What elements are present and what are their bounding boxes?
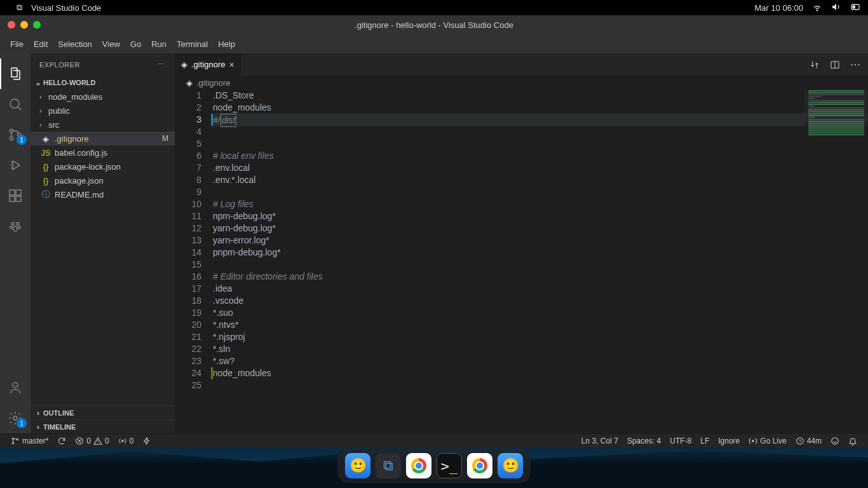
tree-item-label: package.json — [55, 176, 104, 186]
window-title: .gitignore - hello-world - Visual Studio… — [0, 20, 868, 30]
svg-point-15 — [13, 226, 17, 231]
activity-search[interactable] — [0, 89, 31, 119]
code-lines[interactable]: .DS_Storenode_modules#/dist# local env f… — [213, 90, 868, 433]
file-package-lock.json[interactable]: {}package-lock.json — [31, 159, 175, 173]
activity-extensions[interactable] — [0, 180, 31, 211]
tree-item-label: src — [48, 120, 59, 130]
status-prettier[interactable] — [138, 437, 156, 445]
broadcast-icon — [749, 437, 757, 445]
split-editor-icon[interactable] — [830, 60, 840, 70]
activity-pets[interactable] — [0, 211, 31, 241]
svg-point-13 — [10, 226, 13, 229]
status-eol[interactable]: LF — [696, 437, 714, 445]
menubar: File Edit Selection View Go Run Terminal… — [0, 34, 868, 53]
menu-run[interactable]: Run — [146, 39, 172, 49]
tab-close-button[interactable]: × — [229, 60, 234, 70]
activity-source-control[interactable]: 1 — [0, 119, 31, 150]
titlebar[interactable]: .gitignore - hello-world - Visual Studio… — [0, 15, 868, 34]
menu-go[interactable]: Go — [125, 39, 146, 49]
editor-tabs: ◈ .gitignore × ⋯ — [175, 53, 868, 76]
svg-rect-10 — [16, 190, 21, 195]
svg-rect-7 — [10, 190, 15, 195]
svg-point-24 — [122, 440, 123, 441]
explorer-root-name: HELLO-WORLD — [43, 79, 95, 86]
explorer-root-header[interactable]: ⌄ HELLO-WORLD — [31, 76, 175, 90]
compare-changes-icon[interactable] — [810, 60, 820, 70]
tab-label: .gitignore — [191, 60, 225, 69]
folder-public[interactable]: ›public — [31, 104, 175, 118]
tree-item-label: package-lock.json — [55, 162, 121, 172]
tree-item-label: public — [48, 106, 70, 116]
tab-gitignore[interactable]: ◈ .gitignore × — [175, 53, 241, 76]
mac-app-indicator[interactable]: ⧉ — [17, 3, 22, 13]
git-status-indicator: M — [162, 134, 168, 143]
status-language[interactable]: Ignore — [714, 437, 744, 445]
sidebar-more-button[interactable]: ⋯ — [158, 60, 166, 69]
status-cursor[interactable]: Ln 3, Col 7 — [577, 437, 623, 445]
dock-terminal[interactable]: >_ — [437, 453, 462, 478]
svg-point-20 — [12, 438, 13, 439]
svg-point-25 — [752, 440, 754, 441]
status-notifications[interactable] — [844, 437, 862, 445]
folder-src[interactable]: ›src — [31, 118, 175, 132]
dock-finder[interactable]: 🙂 — [345, 453, 370, 478]
status-feedback[interactable] — [826, 437, 844, 445]
mac-menubar: ⧉ Visual Studio Code Mar 10 06:00 — [0, 0, 868, 15]
status-indent[interactable]: Spaces: 4 — [623, 437, 665, 445]
gitignore-icon: ◈ — [181, 60, 187, 69]
svg-rect-2 — [853, 6, 855, 8]
menu-file[interactable]: File — [5, 39, 29, 49]
status-encoding[interactable]: UTF-8 — [665, 437, 696, 445]
outline-section[interactable]: › OUTLINE — [31, 405, 175, 419]
activity-run-debug[interactable] — [0, 150, 31, 180]
file-babel.config.js[interactable]: JSbabel.config.js — [31, 146, 175, 159]
error-icon — [75, 437, 84, 445]
json-icon: {} — [41, 175, 51, 186]
menu-view[interactable]: View — [97, 39, 125, 49]
status-bar: master* 0 0 0 Ln 3, Col 7 Spaces: 4 UTF-… — [0, 433, 868, 447]
sync-icon — [57, 437, 66, 445]
editor-more-button[interactable]: ⋯ — [850, 58, 860, 71]
menu-edit[interactable]: Edit — [29, 39, 53, 49]
activity-settings[interactable]: 1 — [0, 403, 31, 433]
menu-terminal[interactable]: Terminal — [172, 39, 213, 49]
tree-item-label: README.md — [55, 190, 104, 200]
control-center-icon[interactable] — [850, 2, 860, 14]
status-port[interactable]: 0 — [114, 437, 139, 445]
change-bar — [211, 367, 213, 379]
file-package.json[interactable]: {}package.json — [31, 173, 175, 187]
activity-accounts[interactable] — [0, 372, 31, 403]
file-.gitignore[interactable]: ◈.gitignoreM — [31, 132, 175, 146]
dock: 🙂 ⧉ >_ 🙂 — [337, 449, 531, 483]
status-go-live[interactable]: Go Live — [744, 437, 790, 445]
svg-rect-8 — [10, 196, 15, 201]
status-problems[interactable]: 0 0 — [71, 437, 113, 445]
warning-icon — [93, 437, 102, 445]
volume-icon[interactable] — [831, 2, 841, 14]
editor-code-area[interactable]: 1234567891011121314151617181920212223242… — [175, 90, 868, 433]
menu-selection[interactable]: Selection — [53, 39, 97, 49]
chevron-right-icon: › — [39, 93, 48, 100]
status-sync[interactable] — [53, 437, 71, 445]
wifi-icon[interactable] — [812, 2, 822, 14]
status-time[interactable]: 44m — [791, 437, 826, 445]
file-README.md[interactable]: ⓘREADME.md — [31, 187, 175, 201]
timeline-section[interactable]: › TIMELINE — [31, 419, 175, 433]
status-branch[interactable]: master* — [6, 437, 53, 445]
dock-finder-2[interactable]: 🙂 — [498, 453, 523, 478]
breadcrumb-item[interactable]: .gitignore — [196, 78, 230, 88]
tree-item-label: babel.config.js — [55, 148, 107, 158]
dock-chrome[interactable] — [406, 453, 431, 478]
mac-app-name[interactable]: Visual Studio Code — [31, 3, 101, 13]
sidebar: EXPLORER ⋯ ⌄ HELLO-WORLD ›node_modules›p… — [31, 53, 175, 433]
paw-icon — [8, 219, 23, 234]
svg-point-0 — [817, 10, 817, 10]
activity-explorer[interactable] — [0, 58, 31, 89]
dock-chrome-2[interactable] — [467, 453, 492, 478]
folder-node_modules[interactable]: ›node_modules — [31, 90, 175, 104]
menu-help[interactable]: Help — [213, 39, 240, 49]
breadcrumb[interactable]: ◈ .gitignore — [175, 76, 868, 90]
dock-vscode[interactable]: ⧉ — [376, 453, 401, 478]
settings-badge: 1 — [17, 418, 27, 428]
minimap[interactable] — [804, 90, 868, 433]
